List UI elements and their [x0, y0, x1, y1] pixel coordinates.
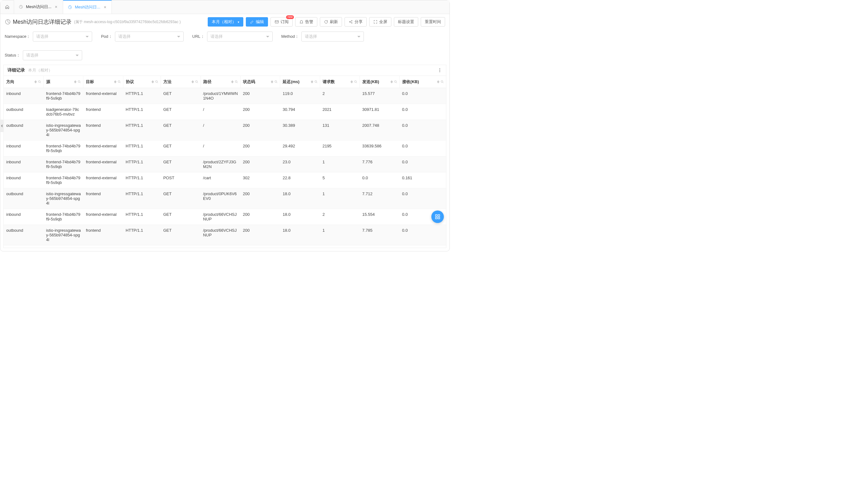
sort-icon[interactable]: [231, 80, 234, 84]
search-icon[interactable]: [274, 80, 278, 84]
search-icon[interactable]: [78, 80, 81, 84]
home-tab[interactable]: [0, 0, 14, 14]
table-row[interactable]: outboundistio-ingressgateway-565b974854-…: [4, 188, 446, 209]
table-row[interactable]: outboundistio-ingressgateway-565b974854-…: [4, 246, 446, 248]
search-icon[interactable]: [155, 80, 159, 84]
svg-point-18: [354, 80, 356, 83]
col-method[interactable]: 方法: [161, 76, 200, 88]
col-target[interactable]: 目标: [83, 76, 123, 88]
cell-source: istio-ingressgateway-565b974854-spg4l: [43, 188, 83, 209]
sort-icon[interactable]: [271, 80, 273, 84]
sort-icon[interactable]: [437, 80, 439, 84]
cell-recv: 0.0: [400, 225, 446, 246]
cell-status: 200: [241, 157, 280, 172]
svg-point-4: [349, 22, 350, 22]
cell-send: 2007.748: [360, 120, 400, 140]
title-settings-button[interactable]: 标题设置: [394, 17, 418, 27]
cell-target: frontend-external: [83, 140, 123, 157]
col-source[interactable]: 源: [43, 76, 83, 88]
search-icon[interactable]: [38, 80, 41, 84]
svg-point-7: [439, 68, 440, 69]
grid-icon: [435, 214, 440, 220]
svg-point-12: [118, 80, 120, 83]
method-select[interactable]: 请选择: [302, 32, 364, 41]
cell-method: GET: [161, 188, 200, 209]
search-icon[interactable]: [394, 80, 398, 84]
refresh-button[interactable]: 刷新: [320, 17, 342, 27]
col-label: 目标: [86, 79, 94, 84]
sort-icon[interactable]: [391, 80, 393, 84]
search-icon[interactable]: [118, 80, 121, 84]
cell-method: GET: [161, 120, 200, 140]
search-icon[interactable]: [235, 80, 238, 84]
share-button[interactable]: 分享: [344, 17, 367, 27]
col-direction[interactable]: 方向: [4, 76, 43, 88]
fullscreen-button[interactable]: 全屏: [369, 17, 391, 27]
time-range-button[interactable]: 本月（相对） ▾: [208, 17, 243, 27]
search-icon[interactable]: [354, 80, 358, 84]
table-scroll[interactable]: 方向 源 目标 协议: [4, 75, 446, 248]
tab-close-button[interactable]: ×: [54, 5, 58, 9]
cell-protocol: HTTP/1.1: [123, 188, 160, 209]
svg-point-10: [38, 80, 40, 83]
cell-target: frontend-external: [83, 88, 123, 104]
cell-requests: 1: [320, 188, 360, 209]
cell-recv: 0.0: [400, 140, 446, 157]
cell-status: 200: [241, 209, 280, 225]
reset-time-button[interactable]: 重置时间: [421, 17, 445, 27]
cell-path: /: [200, 104, 240, 120]
col-status[interactable]: 状态码: [241, 76, 280, 88]
tab-0[interactable]: Mesh访问日... ×: [14, 0, 63, 14]
col-requests[interactable]: 请求数: [320, 76, 360, 88]
table-row[interactable]: outboundistio-ingressgateway-565b974854-…: [4, 225, 446, 246]
more-vertical-icon: [437, 68, 442, 73]
search-icon[interactable]: [440, 80, 444, 84]
table-row[interactable]: inboundfrontend-74bd4b79f9-5s9qbfrontend…: [4, 157, 446, 172]
cell-status: 200: [241, 104, 280, 120]
namespace-select[interactable]: 请选择: [33, 32, 92, 41]
col-recv[interactable]: 接收(KB): [400, 76, 446, 88]
col-protocol[interactable]: 协议: [123, 76, 160, 88]
cell-requests: 2: [320, 209, 360, 225]
col-path[interactable]: 路径: [200, 76, 240, 88]
table-row[interactable]: inboundfrontend-74bd4b79f9-5s9qbfrontend…: [4, 209, 446, 225]
table-row[interactable]: inboundfrontend-74bd4b79f9-5s9qbfrontend…: [4, 172, 446, 188]
tab-close-button[interactable]: ×: [103, 5, 107, 9]
cell-method: GET: [161, 246, 200, 248]
cell-source: frontend-74bd4b79f9-5s9qb: [43, 88, 83, 104]
status-select[interactable]: 请选择: [23, 50, 82, 60]
subscribe-button[interactable]: 订阅 new: [271, 17, 293, 27]
sort-icon[interactable]: [114, 80, 117, 84]
cell-direction: outbound: [4, 120, 43, 140]
sidebar-collapse-handle[interactable]: [0, 120, 4, 132]
bell-icon: [299, 20, 304, 24]
url-select[interactable]: 请选择: [207, 32, 273, 41]
cell-recv: 0.0: [400, 246, 446, 248]
edit-button[interactable]: 编辑: [246, 17, 268, 27]
tab-1[interactable]: Mesh访问日... ×: [63, 0, 112, 14]
cell-protocol: HTTP/1.1: [123, 104, 160, 120]
sort-icon[interactable]: [152, 80, 154, 84]
col-latency[interactable]: 延迟(ms): [280, 76, 320, 88]
sort-icon[interactable]: [191, 80, 194, 84]
search-icon[interactable]: [314, 80, 318, 84]
table-row[interactable]: inboundfrontend-74bd4b79f9-5s9qbfrontend…: [4, 140, 446, 157]
cell-status: 200: [241, 246, 280, 248]
table-row[interactable]: outboundistio-ingressgateway-565b974854-…: [4, 120, 446, 140]
chevron-left-icon: [1, 124, 3, 127]
pod-select[interactable]: 请选择: [115, 32, 184, 41]
sort-icon[interactable]: [74, 80, 76, 84]
namespace-label: Namespace：: [5, 34, 30, 39]
cell-source: istio-ingressgateway-565b974854-spg4l: [43, 120, 83, 140]
widgets-fab[interactable]: [431, 211, 444, 223]
sort-icon[interactable]: [34, 80, 37, 84]
panel-more-button[interactable]: [437, 68, 442, 73]
cell-send: 7.785: [360, 225, 400, 246]
table-row[interactable]: outboundloadgenerator-79cdcb76b5-mvbvzfr…: [4, 104, 446, 120]
search-icon[interactable]: [195, 80, 199, 84]
sort-icon[interactable]: [311, 80, 313, 84]
col-send[interactable]: 发送(KB): [360, 76, 400, 88]
alarm-button[interactable]: 告警: [295, 17, 317, 27]
sort-icon[interactable]: [350, 80, 353, 84]
table-row[interactable]: inboundfrontend-74bd4b79f9-5s9qbfrontend…: [4, 88, 446, 104]
